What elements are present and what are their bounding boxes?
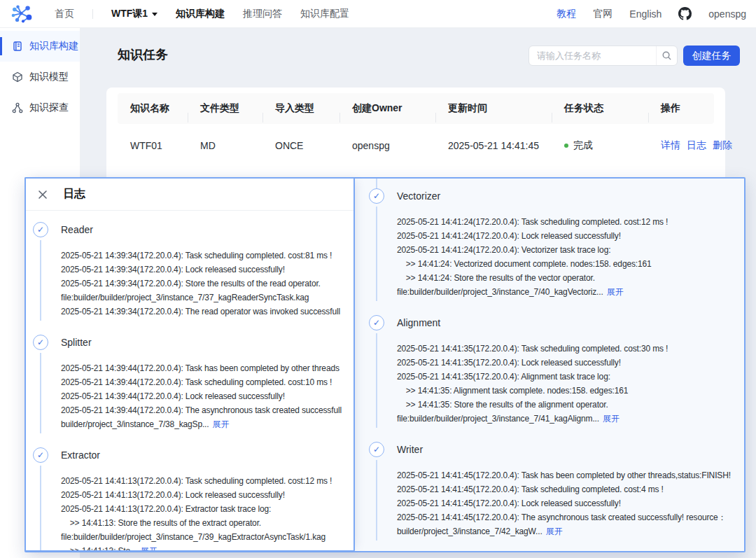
log-entry-extractor: ✓Extractor2025-05-21 14:41:13(172.20.0.4… — [33, 447, 354, 550]
log-line: 2025-05-21 14:41:35(172.20.0.4): Lock re… — [397, 356, 744, 370]
col-updated: 更新时间 — [435, 102, 552, 115]
nav-item-kb-build[interactable]: 知识库构建 — [176, 8, 243, 20]
nav-item-home[interactable]: 首页 — [55, 8, 92, 20]
log-entry-lines: 2025-05-21 14:41:13(172.20.0.4): Task sc… — [61, 474, 354, 550]
github-icon[interactable] — [678, 7, 692, 20]
sidebar-item-label: 知识库构建 — [29, 40, 78, 53]
nav-item-reasoning-qa[interactable]: 推理问答 — [243, 8, 300, 20]
close-icon[interactable] — [37, 189, 48, 200]
log-line: 2025-05-21 14:39:44(172.20.0.4): The asy… — [61, 403, 354, 417]
log-line: 2025-05-21 14:41:35(172.20.0.4): Alignme… — [397, 370, 744, 384]
check-circle-icon: ✓ — [33, 335, 48, 350]
cell-import-type: ONCE — [262, 140, 340, 151]
official-site-link[interactable]: 官网 — [593, 8, 612, 20]
tutorial-link[interactable]: 教程 — [556, 8, 576, 20]
expand-link[interactable]: 展开 — [212, 419, 229, 429]
check-circle-icon: ✓ — [369, 442, 384, 457]
log-left-panel: 日志 ✓Reader2025-05-21 14:39:34(172.20.0.4… — [24, 177, 355, 552]
col-file-type: 文件类型 — [188, 102, 262, 115]
task-search — [528, 46, 678, 66]
status-dot-icon — [564, 144, 568, 148]
check-circle-icon: ✓ — [33, 222, 48, 237]
log-timeline-right: ✓Vectorizer2025-05-21 14:41:24(172.20.0.… — [369, 188, 744, 538]
log-entry-title: Splitter — [61, 335, 354, 348]
openspg-logo-icon[interactable] — [10, 4, 36, 25]
language-switch[interactable]: English — [629, 8, 662, 20]
log-modal: ✓Vectorizer2025-05-21 14:41:24(172.20.0.… — [24, 177, 746, 552]
nav-project-switcher[interactable]: WTF课1 — [111, 8, 176, 20]
nav-item-kb-config[interactable]: 知识库配置 — [300, 8, 368, 20]
log-line: 2025-05-21 14:39:44(172.20.0.4): Task ha… — [61, 361, 354, 375]
log-line: 2025-05-21 14:41:24(172.20.0.4): Vectori… — [397, 243, 744, 257]
log-line: file:builder/builder/project_3/instance_… — [397, 285, 744, 299]
col-status: 任务状态 — [552, 102, 648, 115]
log-line: 2025-05-21 14:41:13(172.20.0.4): Extract… — [61, 502, 354, 516]
log-line: file:builder/builder/project_3/instance_… — [61, 530, 354, 544]
expand-link[interactable]: 展开 — [607, 287, 624, 297]
log-line: 2025-05-21 14:41:24(172.20.0.4): Lock re… — [397, 229, 744, 243]
log-line: 2025-05-21 14:41:13(172.20.0.4): Lock re… — [61, 488, 354, 502]
log-line: 2025-05-21 14:39:34(172.20.0.4): The rea… — [61, 305, 354, 319]
sidebar-item-kb-model[interactable]: 知识模型 — [0, 62, 80, 92]
search-icon[interactable] — [656, 46, 677, 65]
sidebar-item-kb-explore[interactable]: 知识探查 — [0, 92, 80, 123]
log-entry-reader: ✓Reader2025-05-21 14:39:34(172.20.0.4): … — [33, 222, 354, 319]
log-entry-title: Vectorizer — [397, 188, 744, 202]
log-line: 2025-05-21 14:41:45(172.20.0.4): Task sc… — [397, 482, 744, 496]
log-line: >> 14:41:13: Sto...展开 — [61, 544, 354, 550]
cell-status: 完成 — [552, 139, 648, 152]
explore-icon — [12, 102, 23, 113]
cell-name: WTF01 — [118, 140, 188, 151]
status-text: 完成 — [573, 139, 593, 152]
log-line: >> 14:41:35: Store the results of the al… — [397, 398, 744, 412]
app-root: 首页 WTF课1 知识库构建 推理问答 知识库配置 教程 官网 English … — [0, 0, 756, 558]
log-line: 2025-05-21 14:39:34(172.20.0.4): Lock re… — [61, 263, 354, 277]
log-line: file:builder/builder/project_3/instance_… — [397, 412, 744, 426]
book-icon — [12, 41, 23, 52]
log-line: 2025-05-21 14:39:34(172.20.0.4): Task sc… — [61, 249, 354, 263]
col-name: 知识名称 — [118, 102, 188, 115]
sidebar-item-kb-build[interactable]: 知识库构建 — [0, 31, 80, 62]
cell-file-type: MD — [188, 140, 262, 151]
check-circle-icon: ✓ — [369, 315, 384, 330]
expand-link[interactable]: 展开 — [603, 414, 620, 424]
cell-owner: openspg — [340, 140, 435, 151]
log-entry-lines: 2025-05-21 14:41:35(172.20.0.4): Task sc… — [397, 342, 744, 426]
log-entry-title: Writer — [397, 442, 744, 455]
col-import-type: 导入类型 — [262, 102, 340, 115]
sidebar-item-label: 知识模型 — [29, 71, 69, 83]
chevron-down-icon — [152, 13, 158, 16]
topbar-right: 教程 官网 English openspg — [556, 7, 756, 20]
log-entry-splitter: ✓Splitter2025-05-21 14:39:44(172.20.0.4)… — [33, 335, 354, 431]
main-nav: 首页 WTF课1 知识库构建 推理问答 知识库配置 — [55, 8, 368, 20]
log-line: 2025-05-21 14:39:44(172.20.0.4): Task sc… — [61, 375, 354, 389]
log-entry-title: Reader — [61, 222, 354, 235]
search-input[interactable] — [529, 50, 656, 61]
cell-updated: 2025-05-21 14:41:45 — [435, 140, 552, 151]
table-header: 知识名称 文件类型 导入类型 创建Owner 更新时间 任务状态 操作 — [118, 93, 714, 124]
cube-icon — [12, 71, 23, 83]
log-link[interactable]: 日志 — [687, 139, 706, 152]
log-left-body: ✓Reader2025-05-21 14:39:34(172.20.0.4): … — [26, 211, 354, 550]
log-right-panel: ✓Vectorizer2025-05-21 14:41:24(172.20.0.… — [355, 179, 744, 551]
expand-link[interactable]: 展开 — [546, 526, 563, 536]
table-row: WTF01 MD ONCE openspg 2025-05-21 14:41:4… — [118, 124, 714, 167]
user-name[interactable]: openspg — [708, 8, 746, 20]
log-line: >> 14:41:24: Vectorized document complet… — [397, 257, 744, 271]
check-circle-icon: ✓ — [33, 447, 48, 463]
log-line: 2025-05-21 14:41:45(172.20.0.4): The asy… — [397, 510, 744, 524]
expand-link[interactable]: 展开 — [141, 546, 158, 550]
detail-link[interactable]: 详情 — [661, 139, 680, 152]
log-line: 2025-05-21 14:39:34(172.20.0.4): Store t… — [61, 277, 354, 291]
log-line: builder/project_3/instance_7/42_kagW...展… — [397, 524, 744, 538]
log-entry-writer: ✓Writer2025-05-21 14:41:45(172.20.0.4): … — [369, 442, 744, 538]
log-modal-header: 日志 — [26, 179, 354, 211]
log-timeline-left: ✓Reader2025-05-21 14:39:34(172.20.0.4): … — [33, 222, 354, 550]
log-entry-lines: 2025-05-21 14:41:24(172.20.0.4): Task sc… — [397, 215, 744, 299]
log-line: builder/project_3/instance_7/38_kagSp...… — [61, 417, 354, 431]
page-title: 知识任务 — [118, 46, 168, 63]
delete-link[interactable]: 删除 — [713, 139, 732, 152]
col-owner: 创建Owner — [340, 102, 435, 115]
log-entry-lines: 2025-05-21 14:39:44(172.20.0.4): Task ha… — [61, 361, 354, 431]
create-task-button[interactable]: 创建任务 — [683, 46, 740, 66]
